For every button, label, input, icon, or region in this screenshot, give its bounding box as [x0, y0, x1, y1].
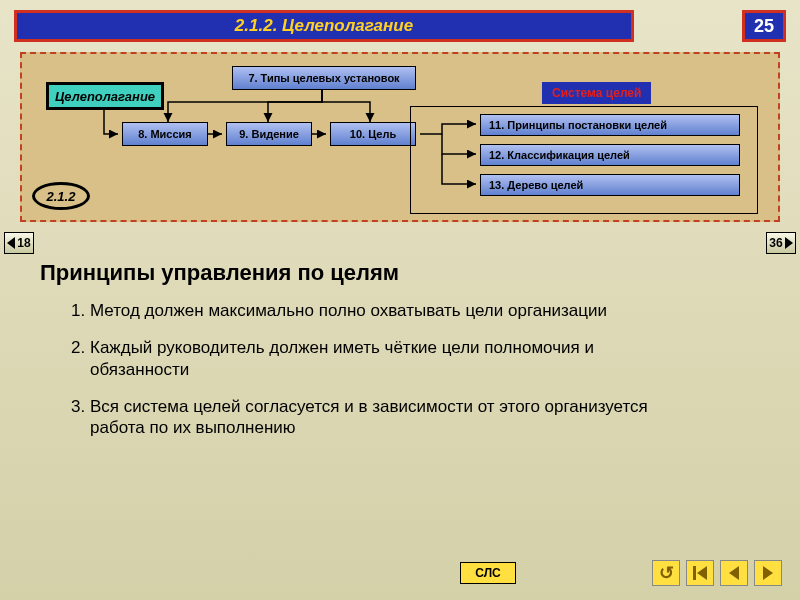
node-7[interactable]: 7. Типы целевых установок: [232, 66, 416, 90]
node-9-label: 9. Видение: [239, 128, 299, 140]
node-8-label: 8. Миссия: [138, 128, 192, 140]
section-number-badge[interactable]: 2.1.2: [32, 182, 90, 210]
nav-next-button[interactable]: [754, 560, 782, 586]
title-bar: 2.1.2. Целеполагание: [14, 10, 634, 42]
node-12[interactable]: 12. Классификация целей: [480, 144, 740, 166]
side-nav-prev[interactable]: 18: [4, 232, 34, 254]
list-item: Вся система целей согласуется и в зависи…: [90, 396, 670, 439]
content-title: Принципы управления по целям: [40, 260, 399, 286]
list-item-text: Метод должен максимально полно охватыват…: [90, 301, 607, 320]
root-node[interactable]: Целеполагание: [46, 82, 164, 110]
nav-first-button[interactable]: [686, 560, 714, 586]
node-10-label: 10. Цель: [350, 128, 396, 140]
section-number-text: 2.1.2: [47, 189, 76, 204]
u-turn-icon: ↺: [659, 562, 674, 584]
nav-prev-button[interactable]: [720, 560, 748, 586]
arrow-right-icon: [785, 237, 793, 249]
prev-icon: [729, 566, 739, 580]
node-13[interactable]: 13. Дерево целей: [480, 174, 740, 196]
node-12-label: 12. Классификация целей: [489, 149, 630, 161]
side-nav-prev-label: 18: [17, 236, 30, 250]
principles-list: Метод должен максимально полно охватыват…: [90, 300, 670, 454]
system-label-text: Система целей: [552, 86, 641, 100]
list-item-text: Вся система целей согласуется и в зависи…: [90, 397, 648, 437]
content-title-text: Принципы управления по целям: [40, 260, 399, 285]
node-13-label: 13. Дерево целей: [489, 179, 583, 191]
node-10[interactable]: 10. Цель: [330, 122, 416, 146]
list-item: Каждый руководитель должен иметь чёткие …: [90, 337, 670, 380]
side-nav-next-label: 36: [769, 236, 782, 250]
next-icon: [763, 566, 773, 580]
sls-button[interactable]: СЛС: [460, 562, 516, 584]
page-number-box: 25: [742, 10, 786, 42]
system-label: Система целей: [542, 82, 651, 104]
list-item: Метод должен максимально полно охватыват…: [90, 300, 670, 321]
root-label: Целеполагание: [55, 89, 155, 104]
sls-label: СЛС: [475, 566, 500, 580]
first-icon: [693, 566, 707, 580]
arrow-left-icon: [7, 237, 15, 249]
diagram-panel: Целеполагание 7. Типы целевых установок …: [20, 52, 780, 222]
nav-back-button[interactable]: ↺: [652, 560, 680, 586]
node-8[interactable]: 8. Миссия: [122, 122, 208, 146]
page-number: 25: [754, 16, 774, 37]
node-11-label: 11. Принципы постановки целей: [489, 119, 667, 131]
list-item-text: Каждый руководитель должен иметь чёткие …: [90, 338, 594, 378]
side-nav-next[interactable]: 36: [766, 232, 796, 254]
title-text: 2.1.2. Целеполагание: [235, 16, 413, 36]
node-9[interactable]: 9. Видение: [226, 122, 312, 146]
node-11[interactable]: 11. Принципы постановки целей: [480, 114, 740, 136]
node-7-label: 7. Типы целевых установок: [248, 72, 399, 84]
